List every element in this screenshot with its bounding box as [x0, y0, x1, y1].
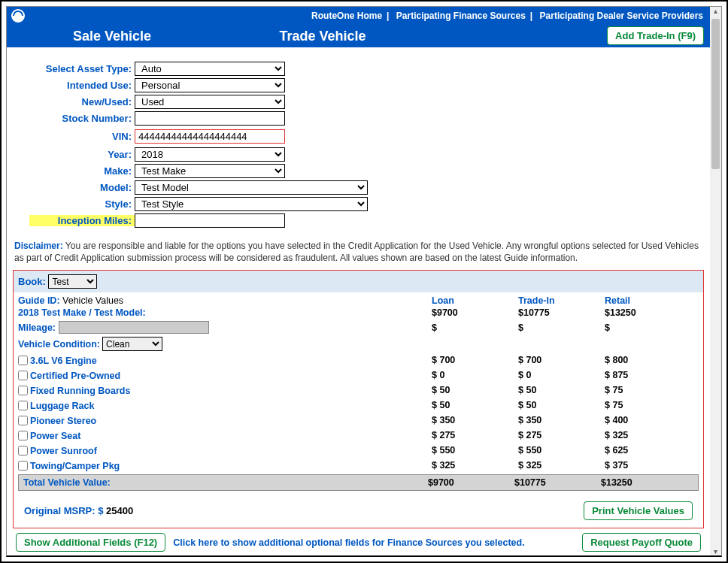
option-retail: $ 325 [605, 430, 691, 440]
option-name: Power Seat [30, 431, 80, 441]
option-name: Fixed Running Boards [30, 386, 130, 396]
col-tradein-header: Trade-In [518, 295, 605, 306]
option-tradein: $ 550 [518, 445, 605, 456]
guide-id-label: Guide ID: [18, 295, 60, 306]
option-tradein: $ 350 [518, 415, 605, 425]
intended-use-label: Intended Use: [29, 80, 135, 91]
vehicle-tabs: Sale Vehicle Trade Vehicle Add Trade-In … [7, 25, 710, 47]
total-label: Total Vehicle Value: [19, 477, 428, 488]
option-tradein: $ 275 [518, 430, 605, 440]
msrp-value: 25400 [103, 505, 133, 516]
stock-number-label: Stock Number: [29, 113, 135, 124]
make-label: Make: [29, 165, 135, 177]
option-retail: $ 75 [605, 385, 691, 395]
option-loan: $ 700 [432, 355, 518, 365]
additional-fields-hint-link[interactable]: Click here to show additional optional f… [173, 537, 524, 548]
option-retail: $ 375 [605, 460, 691, 471]
tab-trade-vehicle[interactable]: Trade Vehicle [217, 29, 428, 44]
total-loan: $9700 [428, 477, 514, 488]
vin-label: VIN: [29, 131, 135, 142]
mileage-retail: $ [605, 322, 691, 333]
routeone-logo-icon [11, 9, 25, 23]
option-name: Certified Pre-Owned [30, 371, 120, 381]
condition-label: Vehicle Condition: [18, 339, 100, 350]
msrp-label: Original MSRP: $ [24, 505, 103, 516]
option-loan: $ 275 [432, 430, 518, 440]
option-retail: $ 625 [605, 445, 691, 456]
option-loan: $ 50 [432, 400, 518, 410]
add-tradein-button[interactable]: Add Trade-In (F9) [607, 26, 704, 45]
mileage-loan: $ [432, 322, 518, 333]
scroll-thumb[interactable] [711, 19, 720, 169]
vin-input[interactable] [135, 129, 285, 144]
nav-pfs-link[interactable]: Participating Finance Sources [394, 11, 528, 21]
option-tradein: $ 0 [518, 370, 605, 380]
book-label: Book: [18, 276, 46, 287]
stock-number-input[interactable] [135, 111, 285, 126]
mileage-input[interactable] [59, 321, 209, 334]
top-nav-bar: RouteOne Home| Participating Finance Sou… [7, 7, 710, 25]
mileage-label: Mileage: [18, 322, 56, 333]
intended-use-select[interactable]: Personal [135, 78, 285, 92]
year-label: Year: [29, 149, 135, 160]
vehicle-values-section: Book: Test Guide ID: Vehicle Values Loan… [13, 270, 704, 528]
option-checkbox[interactable] [18, 431, 28, 440]
option-loan: $ 325 [432, 460, 518, 471]
book-select[interactable]: Test [48, 274, 97, 289]
option-loan: $ 0 [432, 370, 518, 380]
inception-miles-label: Inception Miles: [29, 215, 135, 226]
tab-sale-vehicle[interactable]: Sale Vehicle [7, 29, 217, 44]
col-retail-header: Retail [605, 295, 691, 306]
base-loan: $9700 [432, 307, 518, 318]
new-used-select[interactable]: Used [135, 95, 285, 109]
asset-type-label: Select Asset Type: [29, 63, 135, 74]
option-tradein: $ 50 [518, 400, 605, 410]
request-payoff-quote-button[interactable]: Request Payoff Quote [582, 533, 701, 552]
option-tradein: $ 700 [518, 355, 605, 365]
make-select[interactable]: Test Make [135, 164, 285, 178]
option-retail: $ 400 [605, 415, 691, 425]
vehicle-form: Select Asset Type:Auto Intended Use:Pers… [7, 47, 710, 237]
style-label: Style: [29, 198, 135, 210]
guide-id-value: Vehicle Values [62, 295, 123, 306]
vertical-scrollbar[interactable] [710, 7, 721, 555]
mileage-tradein: $ [518, 322, 605, 333]
option-retail: $ 75 [605, 400, 691, 410]
option-checkbox[interactable] [18, 386, 28, 395]
style-select[interactable]: Test Style [135, 197, 368, 211]
option-retail: $ 800 [605, 355, 691, 365]
print-vehicle-values-button[interactable]: Print Vehicle Values [584, 501, 693, 520]
option-checkbox[interactable] [18, 446, 28, 456]
model-label: Model: [29, 182, 135, 193]
total-retail: $13250 [601, 477, 687, 488]
base-tradein: $10775 [518, 307, 605, 318]
option-name: Pioneer Stereo [30, 416, 96, 426]
option-tradein: $ 325 [518, 460, 605, 471]
option-checkbox[interactable] [18, 401, 28, 410]
option-loan: $ 50 [432, 385, 518, 395]
new-used-label: New/Used: [29, 96, 135, 107]
option-checkbox[interactable] [18, 461, 28, 471]
option-name: 3.6L V6 Engine [30, 356, 97, 366]
option-checkbox[interactable] [18, 416, 28, 425]
option-retail: $ 875 [605, 370, 691, 380]
nav-home-link[interactable]: RouteOne Home [309, 11, 384, 21]
total-tradein: $10775 [514, 477, 601, 488]
option-checkbox[interactable] [18, 371, 28, 380]
nav-pdsp-link[interactable]: Participating Dealer Service Providers [538, 11, 705, 21]
model-select[interactable]: Test Model [135, 180, 368, 195]
show-additional-fields-button[interactable]: Show Additional Fields (F12) [16, 533, 165, 552]
option-name: Power Sunroof [30, 446, 97, 456]
option-name: Luggage Rack [30, 401, 94, 411]
asset-type-select[interactable]: Auto [135, 62, 285, 76]
base-retail: $13250 [605, 307, 691, 318]
option-loan: $ 350 [432, 415, 518, 425]
vehicle-line-label: 2018 Test Make / Test Model: [18, 307, 432, 318]
inception-miles-input[interactable] [135, 213, 285, 228]
col-loan-header: Loan [432, 295, 518, 306]
option-checkbox[interactable] [18, 356, 28, 365]
option-tradein: $ 50 [518, 385, 605, 395]
year-select[interactable]: 2018 [135, 147, 285, 162]
option-loan: $ 550 [432, 445, 518, 456]
condition-select[interactable]: Clean [102, 337, 162, 351]
